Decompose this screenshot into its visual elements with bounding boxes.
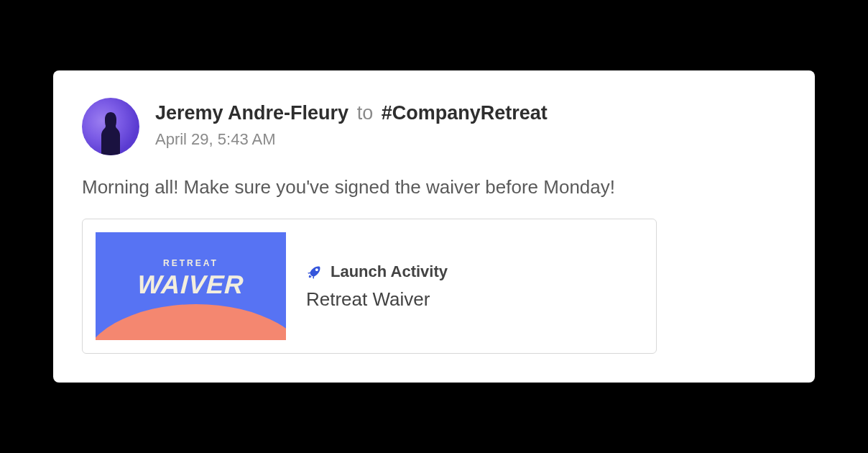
thumbnail-text: RETREAT WAIVER (96, 258, 286, 300)
launch-row: Launch Activity (306, 262, 448, 281)
attachment-info: Launch Activity Retreat Waiver (306, 262, 448, 311)
timestamp: April 29, 5:43 AM (155, 130, 548, 149)
avatar[interactable] (82, 98, 139, 155)
attachment-thumbnail: RETREAT WAIVER (96, 232, 286, 340)
author-name[interactable]: Jeremy Andre-Fleury (155, 102, 348, 124)
message-card: Jeremy Andre-Fleury to #CompanyRetreat A… (53, 70, 815, 383)
message-body: Morning all! Make sure you've signed the… (82, 174, 786, 200)
avatar-silhouette-icon (93, 111, 129, 155)
attachment-card[interactable]: RETREAT WAIVER Launch Activity Retreat W… (82, 219, 657, 354)
title-line: Jeremy Andre-Fleury to #CompanyRetreat (155, 101, 548, 126)
thumbnail-wave-decoration (96, 304, 286, 340)
attachment-title: Retreat Waiver (306, 288, 448, 311)
to-word: to (357, 102, 374, 124)
rocket-icon (306, 263, 323, 280)
message-header: Jeremy Andre-Fleury to #CompanyRetreat A… (82, 98, 786, 155)
launch-label: Launch Activity (331, 262, 448, 281)
thumbnail-title: WAIVER (96, 270, 286, 300)
header-text: Jeremy Andre-Fleury to #CompanyRetreat A… (155, 98, 548, 149)
thumbnail-subtitle: RETREAT (96, 258, 286, 268)
channel-name[interactable]: #CompanyRetreat (382, 102, 548, 124)
